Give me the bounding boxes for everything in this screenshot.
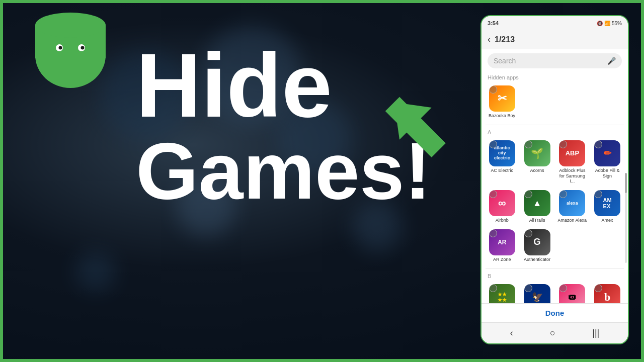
app-item-ac-electric[interactable]: atlanticcityelectric AC Electric bbox=[486, 138, 519, 186]
checkbox-auth bbox=[524, 229, 532, 237]
app-icon-ac: atlanticcityelectric bbox=[489, 140, 515, 166]
app-list: Hidden apps ✂ Bazooka Boy A atlanticcity… bbox=[481, 72, 628, 303]
app-icon-arzone: AR bbox=[489, 229, 515, 255]
app-icon-adblock: ABP bbox=[559, 140, 585, 166]
checkbox-adobe bbox=[594, 140, 602, 148]
checkbox-beats bbox=[594, 284, 602, 292]
app-item-barclays[interactable]: 🦅 Barclays bbox=[521, 282, 554, 303]
section-a-grid: atlanticcityelectric AC Electric 🌱 Acorn… bbox=[486, 136, 624, 266]
bokeh-6 bbox=[75, 251, 116, 292]
app-item-acorns[interactable]: 🌱 Acorns bbox=[521, 138, 554, 186]
checkbox-acorns bbox=[524, 140, 532, 148]
done-button[interactable]: Done bbox=[481, 303, 628, 322]
app-icon-bazooka: ✂ bbox=[489, 85, 515, 112]
app-icon-amex: AMEX bbox=[594, 190, 620, 216]
border-bottom bbox=[0, 359, 644, 362]
scrollbar-thumb[interactable] bbox=[625, 173, 627, 193]
page-counter: 1/213 bbox=[495, 35, 515, 44]
app-name-acorns: Acorns bbox=[530, 168, 544, 173]
app-item-adblock[interactable]: ABP Adblock Plus for Samsung I... bbox=[556, 138, 589, 186]
section-b-grid: ★★★★ Jeep 🦅 Barclays 🎟 Scratch bbox=[486, 280, 624, 303]
svg-point-7 bbox=[59, 46, 62, 50]
app-name-arzone: AR Zone bbox=[493, 257, 511, 262]
app-icon-alexa: alexa bbox=[559, 190, 585, 216]
status-icons: 🔇 📶 55% bbox=[597, 21, 622, 26]
checkbox-adblock bbox=[559, 140, 567, 148]
mic-icon[interactable]: 🎤 bbox=[607, 57, 616, 65]
checkbox-ac bbox=[489, 140, 497, 148]
border-left bbox=[0, 0, 3, 362]
checkbox-airbnb bbox=[489, 190, 497, 198]
svg-point-4 bbox=[35, 13, 106, 38]
search-bar[interactable]: Search 🎤 bbox=[488, 53, 622, 68]
battery-label: 55% bbox=[612, 21, 622, 26]
app-name-adblock: Adblock Plus for Samsung I... bbox=[557, 168, 587, 184]
section-b-label: B bbox=[486, 271, 624, 280]
app-name-airbnb: Airbnb bbox=[496, 218, 509, 223]
checkbox-barclays bbox=[524, 284, 532, 292]
nav-back-button[interactable]: ‹ bbox=[510, 328, 513, 338]
scrollbar-track bbox=[625, 173, 627, 263]
app-icon-jeep: ★★★★ bbox=[489, 284, 515, 303]
phone-mockup: 3:54 🔇 📶 55% ‹ 1/213 Search 🎤 Hidden app… bbox=[480, 15, 629, 344]
checkbox-scratch bbox=[559, 284, 567, 292]
svg-point-8 bbox=[81, 46, 85, 50]
app-item-amex[interactable]: AMEX Amex bbox=[591, 188, 624, 225]
app-item-airbnb[interactable]: ∞ Airbnb bbox=[486, 188, 519, 225]
app-item-arzone[interactable]: AR AR Zone bbox=[486, 227, 519, 264]
android-logo bbox=[20, 10, 121, 93]
checkbox-alltrails bbox=[524, 190, 532, 198]
search-input[interactable]: Search bbox=[494, 57, 604, 65]
app-item-auth[interactable]: G Authenticator bbox=[521, 227, 554, 264]
app-item-beats[interactable]: b Beats bbox=[591, 282, 624, 303]
section-a-label: A bbox=[486, 127, 624, 136]
checkbox-jeep bbox=[489, 284, 497, 292]
signal-icon: 📶 bbox=[604, 21, 610, 26]
mute-icon: 🔇 bbox=[597, 21, 603, 26]
checkbox-overlay bbox=[489, 85, 497, 94]
app-icon-adobe: ✏ bbox=[594, 140, 620, 166]
nav-home-button[interactable]: ○ bbox=[550, 328, 555, 338]
app-name-adobe: Adobe Fill & Sign bbox=[592, 168, 622, 179]
divider-a bbox=[486, 125, 624, 125]
app-icon-acorns: 🌱 bbox=[524, 140, 550, 166]
app-item-alexa[interactable]: alexa Amazon Alexa bbox=[556, 188, 589, 225]
status-time: 3:54 bbox=[488, 20, 499, 26]
checkbox-arzone bbox=[489, 229, 497, 237]
app-icon-auth: G bbox=[524, 229, 550, 255]
app-name-bazooka: Bazooka Boy bbox=[489, 113, 515, 119]
border-top bbox=[0, 0, 644, 3]
app-item-scratch[interactable]: 🎟 Scratch bbox=[556, 282, 589, 303]
app-icon-scratch: 🎟 bbox=[559, 284, 585, 303]
app-item-alltrails[interactable]: ▲ AllTrails bbox=[521, 188, 554, 225]
app-name-amex: Amex bbox=[602, 218, 613, 223]
hidden-apps-row: ✂ Bazooka Boy bbox=[486, 81, 624, 123]
green-arrow bbox=[367, 80, 478, 181]
border-right bbox=[641, 0, 644, 362]
back-button[interactable]: ‹ bbox=[488, 34, 491, 45]
app-icon-barclays: 🦅 bbox=[524, 284, 550, 303]
divider-b bbox=[486, 268, 624, 269]
nav-recents-button[interactable]: ||| bbox=[592, 328, 599, 338]
checkbox-amex bbox=[594, 190, 602, 198]
app-icon-alltrails: ▲ bbox=[524, 190, 550, 216]
app-name-ac: AC Electric bbox=[491, 168, 514, 173]
app-icon-beats: b bbox=[594, 284, 620, 303]
app-item-bazooka[interactable]: ✂ Bazooka Boy bbox=[488, 83, 516, 121]
app-icon-airbnb: ∞ bbox=[489, 190, 515, 216]
nav-bar: ‹ ○ ||| bbox=[481, 322, 628, 343]
status-bar: 3:54 🔇 📶 55% bbox=[481, 16, 628, 30]
app-name-alexa: Amazon Alexa bbox=[558, 218, 587, 223]
checkbox-alexa bbox=[559, 190, 567, 198]
app-name-alltrails: AllTrails bbox=[529, 218, 545, 223]
app-item-jeep[interactable]: ★★★★ Jeep bbox=[486, 282, 519, 303]
app-item-adobe[interactable]: ✏ Adobe Fill & Sign bbox=[591, 138, 624, 186]
app-name-auth: Authenticator bbox=[524, 257, 550, 262]
phone-header: ‹ 1/213 bbox=[481, 30, 628, 49]
hidden-apps-label: Hidden apps bbox=[486, 72, 624, 81]
